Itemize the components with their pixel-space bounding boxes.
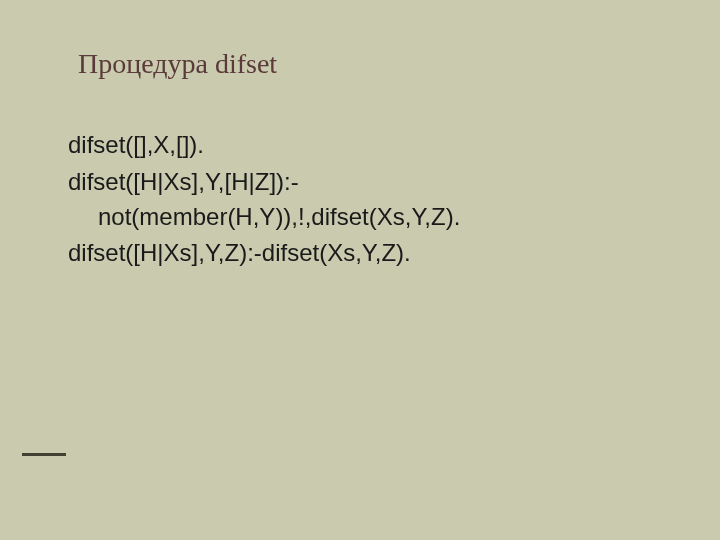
- footer-dash-decoration: [22, 453, 66, 456]
- code-line-1: difset([],X,[]).: [68, 128, 660, 163]
- code-line-2: difset([H|Xs],Y,[H|Z]):-not(member(H,Y))…: [68, 165, 660, 235]
- slide-body: difset([],X,[]). difset([H|Xs],Y,[H|Z]):…: [68, 128, 660, 273]
- code-line-3: difset([H|Xs],Y,Z):-difset(Xs,Y,Z).: [68, 236, 660, 271]
- slide-title: Процедура difset: [78, 48, 277, 80]
